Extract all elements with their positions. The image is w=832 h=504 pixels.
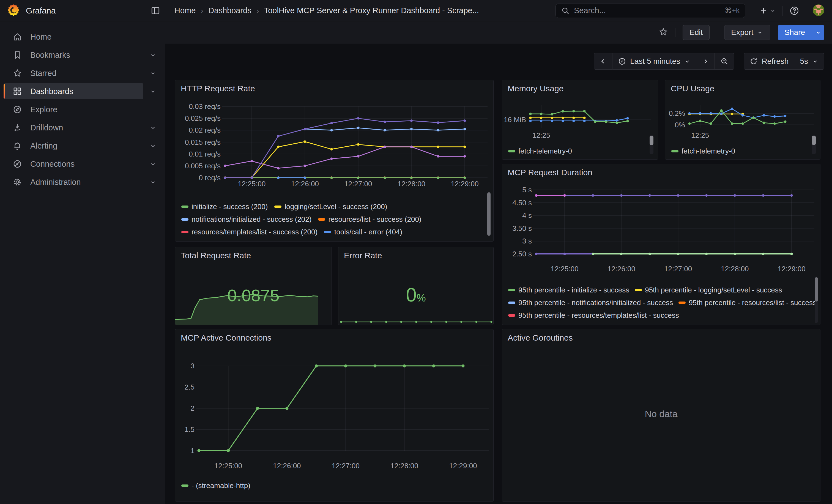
svg-text:12:27:00: 12:27:00 (664, 265, 692, 273)
panel-total-request-rate: Total Request Rate 0.0875 (175, 247, 332, 325)
svg-text:0.2%: 0.2% (669, 109, 685, 117)
legend-item[interactable]: resources/templates/list - success (200) (181, 226, 317, 238)
legend-item[interactable]: unknown - success (200) (370, 238, 460, 242)
chart-legend: 95th percentile - initialize - success95… (508, 284, 821, 325)
panel-title[interactable]: Total Request Rate (181, 251, 251, 260)
grafana-logo-icon[interactable] (7, 4, 20, 18)
share-options-button[interactable] (812, 25, 824, 40)
legend-item[interactable]: - (streamable-http) (181, 479, 250, 492)
search-input[interactable]: Search... ⌘+k (555, 4, 745, 18)
add-new-button[interactable] (759, 6, 776, 16)
breadcrumb-dashboards[interactable]: Dashboards (208, 6, 251, 15)
time-series-chart[interactable]: 12:25:0012:26:0012:27:0012:28:0012:29:00… (175, 104, 494, 200)
legend-scrollbar[interactable] (815, 277, 818, 301)
time-series-chart[interactable]: 12:25:0012:26:0012:27:0012:28:0012:29:00… (175, 346, 494, 489)
chevron-down-icon[interactable] (149, 88, 157, 96)
panel-http-request-rate: HTTP Request Rate 12:25:0012:26:0012:27:… (175, 80, 494, 242)
chevron-down-icon[interactable] (149, 70, 157, 78)
stat-unit: % (417, 292, 426, 304)
help-button[interactable] (789, 6, 799, 16)
panel-title[interactable]: CPU Usage (671, 84, 714, 93)
breadcrumb-current-page: ToolHive MCP Server & Proxy Runner Dashb… (264, 6, 479, 15)
legend-item[interactable]: 95th percentile - initialize - success (508, 284, 629, 296)
svg-text:12:25:00: 12:25:00 (550, 265, 578, 273)
chevron-down-icon[interactable] (149, 160, 157, 169)
time-range-picker[interactable]: Last 5 minutes (613, 53, 696, 70)
time-series-chart[interactable]: 12:250.2%0% (665, 97, 821, 145)
legend-item[interactable]: 95th percentile - logging/setLevel - suc… (635, 284, 782, 296)
series-color-chip (508, 289, 515, 291)
sidebar-item-alerting[interactable]: Alerting (4, 138, 144, 154)
panel-title[interactable]: Error Rate (344, 251, 382, 260)
series-color-chip (181, 484, 188, 487)
sidebar-item-administration[interactable]: Administration (4, 174, 144, 190)
refresh-button[interactable]: Refresh (744, 53, 794, 70)
time-series-chart[interactable]: 12:25:0012:26:0012:27:0012:28:0012:29:00… (502, 181, 821, 292)
panel-mcp-request-duration: MCP Request Duration 12:25:0012:26:0012:… (502, 164, 821, 325)
legend-item[interactable]: initialize - success (200) (181, 200, 268, 213)
favorite-star-icon[interactable] (659, 27, 668, 38)
legend-label: tools/list - success (200) (287, 240, 364, 242)
user-avatar[interactable] (813, 4, 824, 17)
legend-item[interactable]: 95th percentile - notifications/initiali… (508, 296, 673, 309)
search-placeholder: Search... (574, 6, 725, 15)
legend-item[interactable]: notifications/initialized - success (202… (181, 213, 311, 226)
legend-item[interactable]: resources/list - success (200) (318, 213, 421, 226)
chevron-down-icon (770, 8, 776, 14)
legend-item[interactable]: tools/call - error (404) (324, 226, 402, 238)
time-shift-back-button[interactable] (594, 53, 613, 70)
chevron-down-icon[interactable] (149, 124, 157, 132)
time-series-chart[interactable]: 12:2516 MiB (502, 97, 658, 145)
chevron-down-icon[interactable] (149, 51, 157, 60)
panel-title[interactable]: Memory Usage (508, 84, 564, 93)
refresh-interval-picker[interactable]: 5s (794, 53, 824, 70)
chevron-down-icon[interactable] (149, 179, 157, 187)
svg-text:16 MiB: 16 MiB (504, 115, 526, 124)
legend-item[interactable]: tools/list - success (200) (277, 238, 364, 242)
sidebar-collapse-icon[interactable] (151, 6, 160, 16)
svg-text:0.03 req/s: 0.03 req/s (189, 104, 220, 111)
legend-item[interactable]: 95th percentile - resources/list - succe… (678, 296, 816, 309)
legend-scrollbar[interactable] (650, 136, 653, 145)
series-color-chip (508, 150, 515, 152)
sidebar-item-dashboards[interactable]: Dashboards (4, 83, 144, 99)
legend-label: logging/setLevel - success (200) (285, 203, 387, 211)
svg-text:12:28:00: 12:28:00 (390, 461, 418, 470)
sidebar-item-explore[interactable]: Explore (4, 102, 144, 117)
gear-icon (12, 178, 23, 187)
sidebar-item-home[interactable]: Home (4, 29, 144, 45)
sidebar-item-bookmarks[interactable]: Bookmarks (4, 47, 144, 63)
series-color-chip (671, 150, 678, 152)
sidebar: Home Bookmarks Starred Dashboards (0, 22, 165, 504)
legend-item[interactable]: fetch-telemetry-0 (671, 145, 735, 157)
sidebar-item-connections[interactable]: Connections (4, 156, 144, 172)
svg-text:3 s: 3 s (522, 237, 532, 245)
time-shift-forward-button[interactable] (696, 53, 715, 70)
legend-item[interactable]: logging/setLevel - success (200) (274, 200, 387, 213)
panel-title[interactable]: Active Goroutines (508, 333, 573, 343)
share-button[interactable]: Share (778, 25, 812, 40)
sidebar-item-starred[interactable]: Starred (4, 65, 144, 81)
series-color-chip (318, 218, 325, 221)
legend-item[interactable]: fetch-telemetry-0 (508, 145, 572, 157)
legend-scrollbar[interactable] (487, 192, 491, 236)
legend-item[interactable]: 95th percentile - resources/templates/li… (508, 309, 679, 322)
panel-title[interactable]: HTTP Request Rate (181, 84, 255, 93)
chevron-down-icon[interactable] (149, 142, 157, 151)
panel-title[interactable]: MCP Request Duration (508, 168, 592, 177)
nav-brand-section: Grafana (0, 0, 165, 21)
svg-text:1: 1 (191, 447, 194, 455)
zoom-out-button[interactable] (715, 53, 734, 70)
stat-value: 0% (338, 284, 493, 306)
dashboards-grid-icon (12, 87, 23, 96)
chevron-down-icon (757, 29, 763, 36)
panel-title[interactable]: MCP Active Connections (181, 333, 271, 343)
legend-scrollbar[interactable] (812, 136, 816, 145)
sidebar-item-drilldown[interactable]: Drilldown (4, 120, 144, 136)
legend-item[interactable]: tools/call - success (200) (181, 238, 270, 242)
chevron-left-icon (599, 58, 607, 65)
edit-button[interactable]: Edit (683, 25, 709, 40)
export-button[interactable]: Export (724, 25, 770, 40)
breadcrumb-home[interactable]: Home (175, 6, 196, 15)
series-color-chip (678, 301, 686, 304)
